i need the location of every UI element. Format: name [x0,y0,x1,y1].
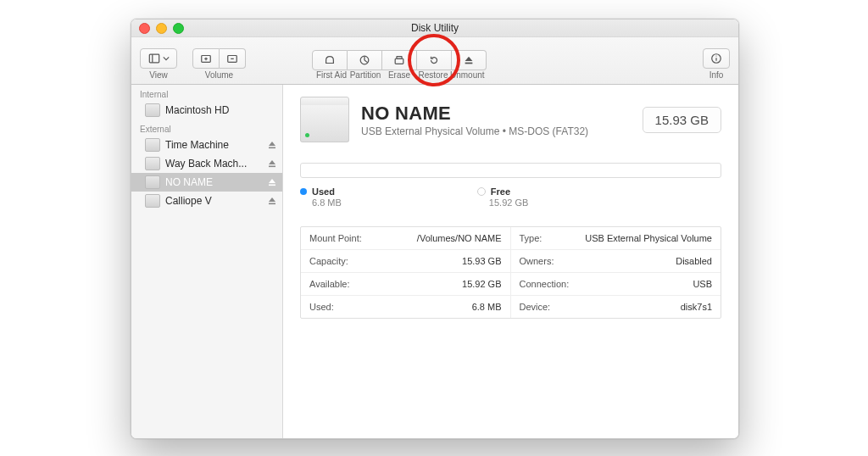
partition-button[interactable] [348,50,382,70]
partition-label: Partition [348,70,382,80]
sidebar-item-label: Way Back Mach... [165,158,262,170]
svg-marker-17 [269,142,275,146]
svg-marker-12 [465,57,473,61]
disk-icon [145,175,160,189]
legend-used: Used 6.8 MB [300,186,342,208]
sidebar-item-calliope-v[interactable]: Calliope V [131,192,282,210]
detail-row-connection: Connection: USB [511,273,721,296]
disk-icon [145,157,160,170]
detail-row-mount-point: Mount Point: /Volumes/NO NAME [301,227,510,250]
svg-marker-21 [269,179,275,183]
info-button[interactable] [703,48,730,69]
sidebar-item-time-machine[interactable]: Time Machine [131,136,282,154]
zoom-button[interactable] [173,23,184,34]
erase-button[interactable] [382,50,417,70]
toolbar-group-actions: First Aid Partition Erase Restore Unmoun… [312,50,487,80]
svg-rect-18 [269,147,275,149]
detail-key: Used: [309,302,334,312]
eject-button[interactable] [267,140,277,150]
window-body: Internal Macintosh HD External Time Mach… [131,85,738,438]
volume-add-icon [200,53,212,64]
partition-icon [359,54,370,66]
sidebar-item-way-back-mach[interactable]: Way Back Mach... [131,154,282,173]
restore-icon [428,54,440,66]
first-aid-button[interactable] [312,50,348,70]
sidebar-item-label: Calliope V [165,195,262,207]
sidebar-item-label: NO NAME [165,176,262,188]
details-col-left: Mount Point: /Volumes/NO NAME Capacity: … [301,227,511,318]
volume-title-block: NO NAME USB External Physical Volume • M… [361,103,631,137]
sidebar-item-no-name[interactable]: NO NAME [131,173,282,192]
usage-section: Used 6.8 MB Free 15.92 GB [300,163,721,208]
main-pane: NO NAME USB External Physical Volume • M… [283,85,738,438]
detail-value: Disabled [676,256,712,266]
free-label: Free [491,186,510,197]
details-table: Mount Point: /Volumes/NO NAME Capacity: … [300,226,721,319]
volume-add-button[interactable] [192,48,220,69]
detail-key: Capacity: [309,256,348,266]
detail-key: Mount Point: [309,233,362,243]
volume-label: Volume [205,70,233,80]
volume-remove-button[interactable] [220,48,246,69]
details-col-right: Type: USB External Physical Volume Owner… [511,227,721,318]
restore-label: Restore [416,70,450,80]
restore-button[interactable] [417,50,452,70]
eject-button[interactable] [267,158,277,169]
close-button[interactable] [139,23,150,34]
volume-size: 15.93 GB [643,107,721,133]
detail-row-type: Type: USB External Physical Volume [511,227,721,250]
action-labels: First Aid Partition Erase Restore Unmoun… [314,70,484,80]
toolbar-group-view: View [140,48,177,80]
eject-icon [463,54,475,66]
view-button[interactable] [140,48,177,69]
disk-icon [145,194,160,208]
svg-marker-19 [269,160,275,164]
eject-button[interactable] [267,177,277,187]
detail-key: Type: [520,233,542,243]
titlebar: Disk Utility [131,19,738,37]
used-value: 6.8 MB [312,197,342,208]
svg-rect-20 [269,166,275,168]
first-aid-icon [324,54,336,66]
eject-button[interactable] [267,196,277,206]
volume-name: NO NAME [361,103,631,125]
volume-icon [300,97,349,142]
detail-key: Device: [520,302,551,312]
detail-row-available: Available: 15.92 GB [301,273,510,296]
info-icon [710,53,722,64]
sidebar: Internal Macintosh HD External Time Mach… [131,85,283,438]
svg-rect-10 [395,58,403,64]
detail-value: 15.93 GB [462,256,501,266]
minimize-button[interactable] [156,23,167,34]
volume-header: NO NAME USB External Physical Volume • M… [300,97,721,142]
usage-legend: Used 6.8 MB Free 15.92 GB [300,186,721,208]
volume-remove-icon [226,53,238,64]
detail-value: 15.92 GB [462,279,501,289]
svg-rect-13 [465,63,473,64]
detail-value: 6.8 MB [472,302,502,312]
detail-key: Available: [309,279,350,289]
detail-row-owners: Owners: Disabled [511,250,721,273]
disk-icon [145,103,160,117]
sidebar-item-macintosh-hd[interactable]: Macintosh HD [131,101,282,120]
detail-value: USB External Physical Volume [585,233,712,243]
toolbar-group-volume: Volume [192,48,246,80]
erase-icon [393,54,405,66]
detail-value: disk7s1 [681,302,712,312]
svg-point-16 [715,56,716,57]
unmount-button[interactable] [452,50,487,70]
used-dot-icon [300,188,307,195]
legend-free: Free 15.92 GB [477,186,528,208]
detail-value: USB [693,279,712,289]
detail-row-device: Device: disk7s1 [511,296,721,318]
disk-icon [145,138,160,152]
svg-rect-0 [149,54,159,63]
toolbar-group-info: Info [703,48,730,80]
traffic-lights [139,23,184,34]
detail-key: Owners: [520,256,554,266]
erase-label: Erase [382,70,416,80]
detail-row-used: Used: 6.8 MB [301,296,510,318]
detail-value: /Volumes/NO NAME [417,233,502,243]
sidebar-section-external: External [131,120,282,136]
toolbar: View Volume [131,37,738,85]
